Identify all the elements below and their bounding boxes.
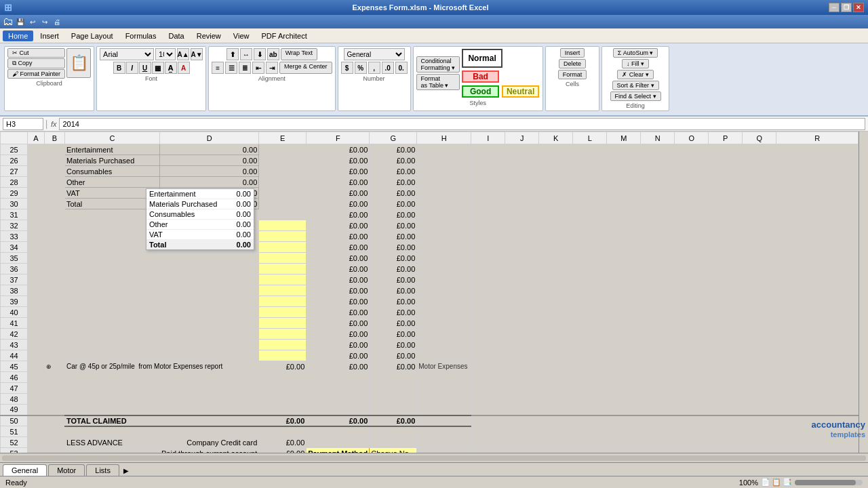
neutral-style-box[interactable]: Neutral	[502, 85, 539, 98]
cell-C28[interactable]: Other	[65, 177, 160, 188]
menu-page-layout[interactable]: Page Layout	[66, 30, 119, 41]
vertical-scrollbar[interactable]	[859, 131, 868, 453]
cell-G33[interactable]: £0.00	[370, 231, 417, 242]
cell-H26[interactable]	[417, 155, 471, 166]
cell-F32[interactable]: £0.00	[307, 220, 370, 231]
sort-filter-btn[interactable]: Sort & Filter ▾	[612, 81, 659, 90]
dec-increase-btn[interactable]: .0	[382, 62, 394, 74]
dropdown-item-entertainment[interactable]: Entertainment 0.00	[146, 189, 254, 199]
sheet-nav-icon[interactable]: ▶	[121, 466, 132, 476]
cell-E53[interactable]: £0.00	[259, 448, 307, 453]
cell-B26[interactable]	[45, 155, 65, 166]
cell-C26[interactable]: Materials Purchased	[65, 155, 160, 166]
col-M-header[interactable]: M	[607, 132, 641, 144]
cell-F45[interactable]: £0.00	[307, 361, 370, 372]
col-Q-header[interactable]: Q	[743, 132, 776, 144]
col-R-header[interactable]: R	[776, 132, 859, 144]
cell-C27[interactable]: Consumables	[65, 166, 160, 177]
cell-F50[interactable]: £0.00	[307, 415, 370, 426]
font-name-select[interactable]: Arial	[100, 48, 154, 60]
cell-G45[interactable]: £0.00	[370, 361, 417, 372]
format-btn[interactable]: Format	[558, 70, 587, 79]
print-preview-btn[interactable]: 🖨	[52, 16, 62, 27]
fill-color-btn[interactable]: A̲	[165, 62, 177, 74]
view-layout-btn[interactable]: 📋	[772, 478, 781, 487]
cell-F30[interactable]: £0.00	[307, 199, 370, 209]
text-orient-btn[interactable]: ab	[267, 48, 279, 60]
font-size-select[interactable]: 10	[155, 48, 176, 60]
format-as-table-btn[interactable]: Formatas Table ▾	[416, 74, 460, 90]
cell-G29[interactable]: £0.00	[370, 188, 417, 199]
view-normal-btn[interactable]: 📄	[761, 478, 770, 487]
good-style-box[interactable]: Good	[462, 85, 499, 98]
redo-btn[interactable]: ↪	[39, 16, 50, 27]
italic-btn[interactable]: I	[126, 62, 138, 74]
copy-button[interactable]: ⧉ Copy	[7, 58, 65, 68]
underline-btn[interactable]: U	[139, 62, 151, 74]
increase-indent-btn[interactable]: ⇥	[266, 62, 278, 74]
cell-F26[interactable]: £0.00	[307, 155, 370, 166]
percent-btn[interactable]: %	[355, 62, 367, 74]
sheet-tab-general[interactable]: General	[3, 464, 47, 476]
dropdown-item-materials[interactable]: Materials Purchased 0.00	[146, 199, 254, 209]
increase-font-btn[interactable]: A▲	[177, 48, 189, 60]
cell-F33[interactable]: £0.00	[307, 231, 370, 242]
cell-E26[interactable]	[259, 155, 307, 166]
cell-D27[interactable]: 0.00	[160, 166, 259, 177]
align-top-btn[interactable]: ⬆	[226, 48, 239, 60]
restore-button[interactable]: ❐	[841, 3, 852, 12]
format-painter-button[interactable]: 🖌 Format Painter	[7, 69, 65, 79]
cell-G26[interactable]: £0.00	[370, 155, 417, 166]
col-A-header[interactable]: A	[28, 132, 45, 144]
cell-F29[interactable]: £0.00	[307, 188, 370, 199]
cell-D52[interactable]: Company Credit card	[160, 437, 259, 448]
decrease-indent-btn[interactable]: ⇤	[252, 62, 264, 74]
col-H-header[interactable]: H	[417, 132, 471, 144]
paste-button[interactable]: 📋	[66, 48, 91, 78]
menu-pdf-architect[interactable]: PDF Architect	[256, 30, 312, 41]
cell-A26[interactable]	[28, 155, 45, 166]
col-F-header[interactable]: F	[307, 132, 370, 144]
col-O-header[interactable]: O	[675, 132, 709, 144]
sheet-tab-lists[interactable]: Lists	[86, 464, 119, 476]
cell-D25[interactable]: 0.00	[160, 144, 259, 155]
cell-E52[interactable]: £0.00	[259, 437, 307, 448]
col-L-header[interactable]: L	[573, 132, 607, 144]
cell-G30[interactable]: £0.00	[370, 199, 417, 209]
font-color-btn[interactable]: A	[178, 62, 190, 74]
cell-F28[interactable]: £0.00	[307, 177, 370, 188]
formula-input[interactable]	[59, 118, 865, 130]
menu-insert[interactable]: Insert	[35, 30, 64, 41]
cell-G53[interactable]: Cheque No	[370, 448, 417, 453]
bad-style-box[interactable]: Bad	[462, 70, 499, 83]
comma-btn[interactable]: ,	[368, 62, 380, 74]
cell-H45[interactable]: Motor Expenses	[417, 361, 471, 372]
col-I-header[interactable]: I	[471, 132, 505, 144]
decrease-font-btn[interactable]: A▼	[191, 48, 203, 60]
sheet-tab-motor[interactable]: Motor	[48, 464, 85, 476]
align-center-btn[interactable]: ☰	[225, 62, 237, 74]
cell-reference-input[interactable]	[3, 118, 43, 130]
cell-F27[interactable]: £0.00	[307, 166, 370, 177]
menu-formulas[interactable]: Formulas	[120, 30, 162, 41]
cell-H25[interactable]	[417, 144, 471, 155]
cell-D53[interactable]: Paid through current account	[160, 448, 259, 453]
cell-G27[interactable]: £0.00	[370, 166, 417, 177]
border-btn[interactable]: ▦	[152, 62, 164, 74]
find-select-btn[interactable]: Find & Select ▾	[610, 92, 661, 101]
cell-G50[interactable]: £0.00	[370, 415, 417, 426]
clear-btn[interactable]: ✗ Clear ▾	[617, 70, 654, 79]
col-G-header[interactable]: G	[370, 132, 417, 144]
normal-style-box[interactable]: Normal	[462, 49, 502, 68]
col-P-header[interactable]: P	[709, 132, 743, 144]
align-bottom-btn[interactable]: ⬇	[254, 48, 266, 60]
dropdown-item-vat[interactable]: VAT 0.00	[146, 230, 254, 240]
fill-btn[interactable]: ↓ Fill ▾	[622, 59, 649, 68]
cell-D28[interactable]: 0.00	[160, 177, 259, 188]
cell-A25[interactable]	[28, 144, 45, 155]
zoom-slider[interactable]	[795, 480, 863, 485]
cell-E50[interactable]: £0.00	[259, 415, 307, 426]
align-middle-btn[interactable]: ↔	[240, 48, 252, 60]
col-C-header[interactable]: C	[65, 132, 160, 144]
cell-E25[interactable]	[259, 144, 307, 155]
